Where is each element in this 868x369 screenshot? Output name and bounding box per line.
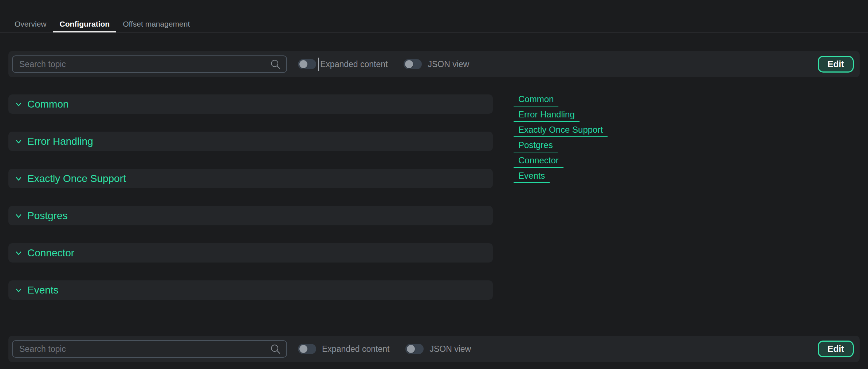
chevron-down-icon (14, 248, 23, 258)
tab-offset-management[interactable]: Offset management (116, 16, 196, 32)
section-title: Connector (27, 247, 74, 259)
top-toolbar: Expanded content JSON view Edit (8, 51, 860, 77)
section-quick-links: Common Error Handling Exactly Once Suppo… (514, 94, 608, 186)
section-title: Common (27, 98, 69, 110)
json-view-toggle[interactable] (405, 344, 424, 354)
section-exactly-once-support[interactable]: Exactly Once Support (8, 169, 493, 188)
edit-button[interactable]: Edit (818, 341, 854, 357)
toggle-thumb (407, 345, 415, 353)
section-error-handling[interactable]: Error Handling (8, 132, 493, 151)
section-title: Postgres (27, 210, 68, 222)
search-input[interactable] (19, 344, 270, 354)
quick-link-exactly-once-support[interactable]: Exactly Once Support (514, 125, 608, 137)
search-box[interactable] (12, 340, 287, 358)
search-icon (270, 343, 281, 355)
configuration-content: Common Error Handling Exactly Once Suppo… (8, 94, 860, 300)
expanded-content-toggle[interactable] (298, 59, 316, 69)
expanded-content-toggle[interactable] (298, 344, 316, 354)
expanded-content-label: Expanded content (322, 344, 389, 354)
json-view-label: JSON view (429, 344, 471, 354)
config-section-list: Common Error Handling Exactly Once Suppo… (8, 94, 493, 300)
json-view-label: JSON view (428, 59, 469, 69)
bottom-toolbar: Expanded content JSON view Edit (8, 336, 860, 362)
quick-link-postgres[interactable]: Postgres (514, 140, 558, 152)
section-title: Exactly Once Support (27, 173, 126, 184)
quick-link-connector[interactable]: Connector (514, 156, 563, 168)
search-input[interactable] (19, 59, 270, 70)
section-connector[interactable]: Connector (8, 243, 493, 263)
tab-configuration[interactable]: Configuration (53, 16, 117, 32)
quick-link-common[interactable]: Common (514, 94, 558, 106)
chevron-down-icon (14, 211, 23, 221)
tab-overview[interactable]: Overview (8, 16, 53, 32)
chevron-down-icon (14, 174, 23, 183)
toggle-thumb (299, 60, 307, 68)
toggle-thumb (299, 345, 307, 353)
quick-link-error-handling[interactable]: Error Handling (514, 110, 580, 122)
text-caret (318, 58, 319, 71)
section-postgres[interactable]: Postgres (8, 206, 493, 225)
section-events[interactable]: Events (8, 280, 493, 300)
search-icon (270, 58, 281, 70)
section-title: Error Handling (27, 136, 93, 147)
search-box[interactable] (12, 55, 287, 73)
toggle-thumb (405, 60, 413, 68)
tab-bar: Overview Configuration Offset management (0, 0, 868, 32)
section-title: Events (27, 284, 59, 296)
section-common[interactable]: Common (8, 94, 493, 114)
chevron-down-icon (14, 286, 23, 295)
chevron-down-icon (14, 100, 23, 109)
chevron-down-icon (14, 137, 23, 146)
expanded-content-label: Expanded content (320, 59, 388, 69)
edit-button[interactable]: Edit (818, 56, 854, 73)
quick-link-events[interactable]: Events (514, 171, 550, 183)
json-view-toggle[interactable] (404, 59, 422, 69)
